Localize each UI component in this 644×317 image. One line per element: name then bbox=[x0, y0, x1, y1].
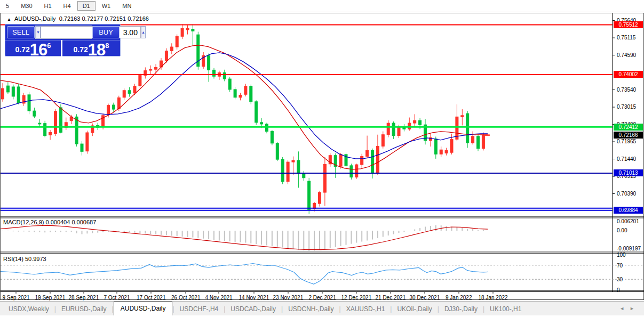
volume-input[interactable] bbox=[41, 26, 141, 38]
candle-body bbox=[123, 91, 125, 97]
timeframe-button-h4[interactable]: H4 bbox=[58, 1, 76, 11]
date-label: 12 Dec 2021 bbox=[341, 295, 372, 300]
candle-body bbox=[86, 133, 89, 151]
buy-price[interactable]: 0.72188 bbox=[62, 40, 120, 56]
chart-tab-bar: USDX,Weekly|EURUSD-,Daily|AUDUSD-,Daily|… bbox=[0, 301, 644, 315]
candle-body bbox=[12, 87, 14, 96]
timeframe-toolbar: 5M30H1H4D1W1MN bbox=[0, 0, 644, 12]
price-level-badge: 0.69884 bbox=[614, 207, 643, 214]
candle-body bbox=[192, 29, 194, 31]
volume-increase-button[interactable]: ▲ bbox=[141, 26, 146, 38]
date-label: 2 Dec 2021 bbox=[309, 295, 336, 300]
candle-body bbox=[49, 132, 52, 135]
tab-scroll-right-icon[interactable]: ► bbox=[630, 306, 640, 311]
macd-signal-line bbox=[1, 225, 488, 250]
candle-body bbox=[392, 123, 395, 136]
price-axis-label: 0.73540 bbox=[617, 87, 636, 93]
volume-box: ▼ ▲ bbox=[35, 26, 92, 39]
buy-button[interactable]: BUY bbox=[92, 26, 120, 38]
candle-body bbox=[472, 136, 474, 143]
candle-body bbox=[33, 111, 36, 116]
tab-usdcnh-daily[interactable]: USDCNH-,Daily bbox=[283, 303, 339, 315]
candle-body bbox=[303, 174, 305, 178]
candle-body bbox=[419, 120, 422, 125]
tab-audusd-daily[interactable]: AUDUSD-,Daily bbox=[114, 302, 173, 315]
tab-ukoil-daily[interactable]: UKOil-,Daily bbox=[392, 303, 437, 315]
candle-body bbox=[223, 72, 226, 79]
candle-body bbox=[2, 88, 4, 99]
current-price-badge: 0.72166 bbox=[614, 132, 643, 139]
date-label: 7 Oct 2021 bbox=[104, 295, 130, 300]
sell-button[interactable]: SELL bbox=[7, 26, 35, 38]
date-label: 26 Oct 2021 bbox=[171, 295, 200, 300]
rsi-line bbox=[1, 264, 488, 285]
candle-body bbox=[165, 51, 168, 61]
tab-usdx-weekly[interactable]: USDX,Weekly bbox=[3, 303, 54, 315]
timeframe-button-5[interactable]: 5 bbox=[1, 1, 14, 11]
date-label: 9 Jan 2022 bbox=[446, 295, 472, 300]
candle-body bbox=[139, 75, 141, 86]
current-price-marker bbox=[485, 134, 490, 136]
candle-body bbox=[366, 150, 369, 156]
candle-body bbox=[414, 120, 416, 123]
rsi-axis-label: 70 bbox=[617, 263, 623, 269]
candle-body bbox=[176, 36, 178, 47]
candle-body bbox=[276, 143, 279, 159]
tab-usdchf-h4[interactable]: USDCHF-,H4 bbox=[174, 303, 224, 315]
candle-body bbox=[181, 28, 184, 36]
candle-body bbox=[466, 113, 469, 143]
date-label: 9 Sep 2021 bbox=[3, 295, 30, 300]
candle-body bbox=[477, 136, 480, 149]
macd-label: MACD(12,26,9) 0.000404 0.000687 bbox=[3, 219, 96, 225]
candle-body bbox=[54, 111, 57, 134]
candle-body bbox=[319, 192, 321, 204]
candle-body bbox=[440, 150, 442, 154]
rsi-axis-label: 30 bbox=[617, 277, 623, 282]
rsi-axis-label: 100 bbox=[617, 252, 626, 258]
tab-scroll-left-icon[interactable]: ◄ bbox=[619, 306, 630, 311]
candle-body bbox=[244, 86, 247, 94]
date-label: 14 Nov 2021 bbox=[239, 295, 269, 300]
tab-eurusd-daily[interactable]: EURUSD-,Daily bbox=[56, 303, 112, 315]
candle-body bbox=[381, 135, 384, 147]
candle-body bbox=[107, 105, 110, 115]
timeframe-button-w1[interactable]: W1 bbox=[97, 1, 116, 11]
candle-body bbox=[450, 139, 453, 152]
candle-body bbox=[355, 165, 358, 177]
timeframe-button-m30[interactable]: M30 bbox=[15, 1, 37, 11]
candle-body bbox=[213, 70, 216, 76]
candle-body bbox=[260, 123, 263, 124]
candle-body bbox=[397, 127, 400, 136]
candle-body bbox=[38, 123, 41, 124]
volume-decrease-button[interactable]: ▼ bbox=[36, 26, 41, 38]
timeframe-button-h1[interactable]: H1 bbox=[39, 1, 57, 11]
timeframe-button-d1[interactable]: D1 bbox=[77, 1, 96, 11]
tab-scroll-arrows[interactable]: ◄► bbox=[619, 306, 640, 311]
candle-body bbox=[6, 86, 9, 92]
chart-window[interactable]: ▲AUDUSD-,Daily 0.72163 0.72177 0.72151 0… bbox=[0, 13, 644, 300]
tab-xauusd-h1[interactable]: XAUUSD-,H1 bbox=[341, 303, 391, 315]
tab-dj30-daily[interactable]: DJ30-,Daily bbox=[439, 303, 483, 315]
date-label: 17 Oct 2021 bbox=[137, 295, 165, 300]
sell-price[interactable]: 0.72166 bbox=[5, 40, 61, 56]
candle-body bbox=[387, 123, 389, 135]
candle-body bbox=[133, 86, 136, 93]
buy-price-sup: 8 bbox=[105, 42, 109, 50]
candle-body bbox=[234, 90, 236, 97]
candle-body bbox=[228, 79, 231, 90]
tab-uk100-h1[interactable]: UK100-,H1 bbox=[484, 303, 527, 315]
timeframe-button-mn[interactable]: MN bbox=[117, 1, 137, 11]
candle-body bbox=[408, 123, 411, 129]
tab-usdcad-daily[interactable]: USDCAD-,Daily bbox=[225, 303, 281, 315]
candle-body bbox=[323, 164, 326, 192]
candle-body bbox=[128, 91, 131, 94]
sell-price-prefix: 0.72 bbox=[15, 45, 30, 54]
candle-body bbox=[350, 166, 353, 177]
candle-body bbox=[112, 105, 115, 109]
ma-fast-line bbox=[1, 45, 488, 169]
rsi-axis-label: 0 bbox=[617, 287, 620, 293]
candle-body bbox=[239, 95, 242, 97]
rsi-label: RSI(14) 50.9973 bbox=[3, 256, 46, 262]
candle-body bbox=[81, 144, 83, 151]
price-level-badge: 0.75512 bbox=[614, 21, 643, 28]
